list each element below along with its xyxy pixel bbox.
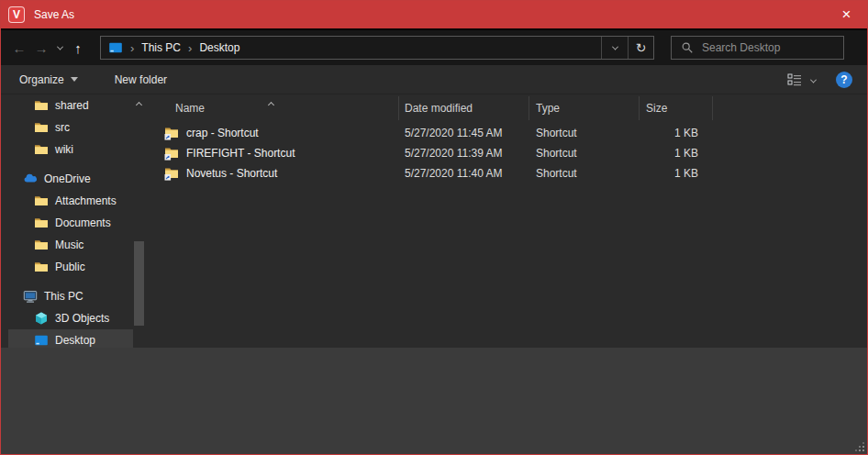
column-divider[interactable] [639,96,640,120]
sidebar-item-onedrive[interactable]: OneDrive [8,168,133,190]
up-icon[interactable]: ↑ [67,36,89,60]
sidebar-tree: shared src wiki OneDrive Attachments Doc… [8,94,133,348]
folder-icon [34,238,49,252]
search-box[interactable] [671,36,844,60]
close-icon[interactable]: × [826,1,867,28]
sidebar-item-3d-objects[interactable]: 3D Objects [8,307,133,329]
address-bar[interactable]: › This PC › Desktop ↻ [100,36,654,60]
address-dropdown-button[interactable] [601,37,628,59]
column-header-date-modified[interactable]: Date modified [405,94,473,122]
folder-icon [34,98,49,113]
shortcut-folder-icon [164,146,179,161]
file-row[interactable]: Novetus - Shortcut 5/27/2020 11:40 AM Sh… [148,163,863,183]
column-headers: Name Date modified Type Size [148,94,863,122]
sidebar-item-shared[interactable]: shared [8,94,133,117]
column-header-size[interactable]: Size [646,94,667,122]
help-icon[interactable]: ? [836,72,852,88]
search-input[interactable] [702,41,830,54]
view-options-chevron[interactable] [811,73,816,86]
file-list: crap - Shortcut 5/27/2020 11:45 AM Short… [148,123,863,183]
chevron-up-icon [136,101,142,107]
bottom-panel: File name: Save as type: PNG Image (*.pn… [1,348,867,454]
column-divider[interactable] [529,96,529,120]
desktop-location-icon [108,40,123,55]
column-header-name[interactable]: Name [175,94,205,122]
window-title: Save As [34,8,74,21]
sidebar-item-documents[interactable]: Documents [8,212,133,234]
organize-button[interactable]: Organize [19,73,78,86]
triangle-down-icon [71,77,78,82]
sidebar-item-music[interactable]: Music [8,234,133,256]
folder-icon [34,120,49,135]
sidebar-scrollbar[interactable] [133,94,145,348]
new-folder-button[interactable]: New folder [115,73,167,86]
shortcut-folder-icon [164,126,179,140]
chevron-down-icon [810,76,817,83]
onedrive-icon [23,172,38,186]
this-pc-icon [23,289,38,304]
toolbar-right-group: ? [787,72,852,88]
file-row[interactable]: FIREFIGHT - Shortcut 5/27/2020 11:39 AM … [148,143,863,163]
sidebar-item-src[interactable]: src [8,117,133,139]
new-folder-label: New folder [115,73,167,86]
address-bar-controls: ↻ [601,37,653,59]
folder-icon [34,216,49,230]
recent-locations-chevron-icon[interactable] [52,36,67,60]
breadcrumb-separator: › [188,41,192,55]
details-view-icon[interactable] [787,73,802,86]
chevron-down-icon [611,43,618,50]
vivaldi-logo-icon: V [8,6,25,23]
column-header-type[interactable]: Type [536,94,560,122]
sidebar-item-wiki[interactable]: wiki [8,139,133,161]
3d-objects-icon [34,311,49,326]
desktop-icon [34,333,49,348]
folder-icon [34,142,49,157]
folder-icon [34,194,49,208]
sidebar-item-desktop[interactable]: Desktop [8,329,133,348]
shortcut-folder-icon [164,166,179,181]
breadcrumb-this-pc[interactable]: This PC [141,41,181,54]
scrollbar-thumb[interactable] [134,241,144,326]
chevron-down-icon [56,43,62,50]
toolbar: Organize New folder ? [1,65,867,94]
save-as-dialog: V Save As × ← → ↑ › This PC › Desktop ↻ [0,0,868,455]
sidebar-item-attachments[interactable]: Attachments [8,190,133,212]
resize-grip[interactable] [853,440,864,451]
titlebar: V Save As × [1,1,867,28]
column-divider[interactable] [398,96,399,120]
sidebar-item-this-pc[interactable]: This PC [8,285,133,307]
breadcrumb-separator: › [130,41,134,55]
sort-ascending-icon [269,97,273,110]
forward-icon[interactable]: → [30,36,52,60]
file-row[interactable]: crap - Shortcut 5/27/2020 11:45 AM Short… [148,123,863,143]
folder-icon [34,260,49,274]
refresh-icon[interactable]: ↻ [628,37,653,59]
column-divider[interactable] [712,96,713,120]
back-icon[interactable]: ← [8,36,30,60]
breadcrumb-desktop[interactable]: Desktop [199,41,239,54]
scroll-up-icon[interactable] [133,98,145,111]
organize-label: Organize [19,73,64,86]
navigation-bar: ← → ↑ › This PC › Desktop ↻ [1,28,867,65]
search-icon [681,41,694,54]
sidebar-item-public[interactable]: Public [8,256,133,278]
